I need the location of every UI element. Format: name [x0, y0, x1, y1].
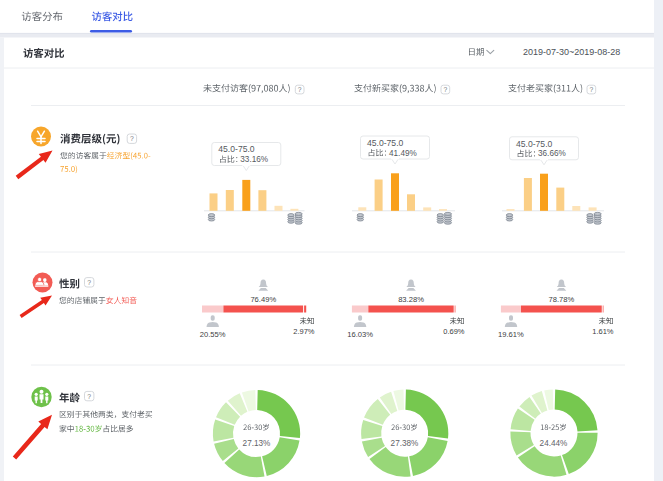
svg-text:20.55%: 20.55%: [200, 330, 226, 339]
svg-text:?: ?: [87, 393, 91, 400]
svg-text:76.49%: 76.49%: [250, 295, 276, 304]
svg-text:27.13%: 27.13%: [243, 439, 271, 448]
svg-text:33.16%: 33.16%: [240, 155, 268, 164]
svg-text:?: ?: [87, 279, 91, 286]
svg-text:45.0-75.0: 45.0-75.0: [218, 144, 255, 154]
svg-text:?: ?: [589, 86, 593, 93]
svg-text:16.03%: 16.03%: [347, 330, 373, 339]
svg-text:36.66%: 36.66%: [538, 149, 566, 158]
svg-text:45.0-75.0: 45.0-75.0: [367, 138, 404, 148]
svg-text:1.61%: 1.61%: [592, 327, 614, 336]
svg-text:24.44%: 24.44%: [540, 439, 568, 448]
svg-text:78.78%: 78.78%: [548, 295, 574, 304]
svg-text:83.28%: 83.28%: [398, 295, 424, 304]
svg-text:41.49%: 41.49%: [389, 149, 417, 158]
svg-text:19.61%: 19.61%: [498, 330, 524, 339]
svg-text:27.38%: 27.38%: [391, 439, 419, 448]
svg-text:0.69%: 0.69%: [443, 327, 465, 336]
svg-text:?: ?: [130, 135, 134, 142]
svg-text:2.97%: 2.97%: [293, 327, 315, 336]
svg-text:2019-07-30~2019-08-28: 2019-07-30~2019-08-28: [523, 47, 620, 57]
svg-text:45.0-75.0: 45.0-75.0: [516, 139, 553, 149]
svg-text:?: ?: [443, 86, 447, 93]
svg-text:?: ?: [298, 86, 302, 93]
